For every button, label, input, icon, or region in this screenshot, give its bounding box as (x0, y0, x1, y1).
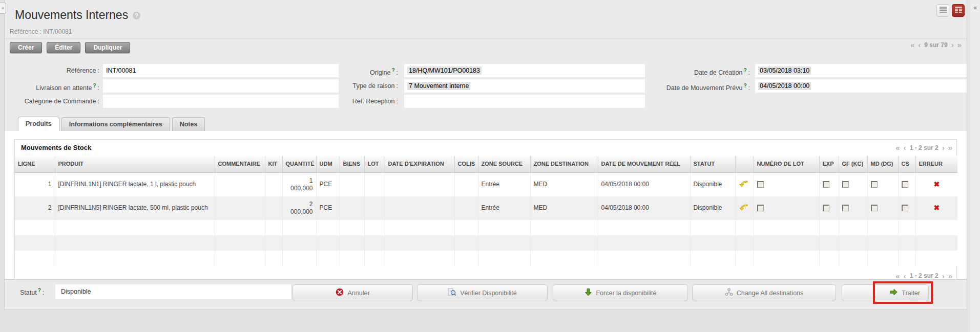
form-view-button[interactable] (952, 4, 965, 17)
change-all-destinations-button[interactable]: Change All destinations (692, 284, 836, 301)
tab-produits[interactable]: Produits (18, 117, 59, 131)
date-creation-label: Date de Création?: (635, 64, 750, 77)
help-icon[interactable]: ? (743, 68, 746, 73)
erreur-delete-icon[interactable]: ✖ (933, 180, 940, 188)
pager-last-icon[interactable]: » (948, 144, 952, 151)
date-creation-field[interactable]: 03/05/2018 03:10 (755, 64, 967, 77)
numero-lot-checkbox[interactable] (757, 205, 764, 211)
col-udm[interactable]: UDM (316, 156, 340, 172)
categorie-commande-label: Catégorie de Commande: (5, 95, 99, 108)
type-de-raison-field[interactable]: 7 Mouvement interne (404, 79, 645, 93)
cell-quantite: 2 000,000 (282, 196, 316, 220)
cell-erreur: ✖ (915, 196, 957, 220)
pager-prev-icon[interactable]: ‹ (918, 41, 921, 49)
exp-checkbox[interactable] (823, 205, 829, 211)
col-statut[interactable]: STATUT (690, 156, 735, 172)
header-divider (5, 38, 967, 38)
cell-md-dg (867, 196, 898, 220)
grid-title: Mouvements de Stock (21, 144, 91, 151)
record-pager: « ‹ 9 sur 79 › » (910, 41, 962, 49)
col-date-mouvement-reel[interactable]: DATE DE MOUVEMENT RÉEL (598, 156, 690, 172)
menu-expand-toggle[interactable]: » (0, 3, 6, 14)
pager-last-icon[interactable]: » (957, 41, 962, 49)
origine-field[interactable]: 18/HQ/MW101/PO00183 (404, 64, 645, 77)
cell-exp (819, 172, 839, 196)
cell-statut: Disponible (690, 196, 735, 220)
col-lot[interactable]: LOT (364, 156, 385, 172)
col-exp[interactable]: EXP (819, 156, 839, 172)
title-help-icon[interactable]: ? (133, 12, 140, 19)
col-biens[interactable]: BIENS (340, 156, 364, 172)
magnifier-icon (448, 288, 456, 298)
cell-biens (340, 172, 364, 196)
create-button[interactable]: Créer (10, 42, 42, 53)
col-produit[interactable]: PRODUIT (55, 156, 215, 172)
cell-commentaire (215, 172, 265, 196)
duplicate-button[interactable]: Dupliquer (85, 42, 130, 53)
md-dg-checkbox[interactable] (871, 205, 878, 211)
erreur-delete-icon[interactable]: ✖ (933, 204, 940, 212)
md-dg-checkbox[interactable] (871, 181, 878, 188)
verifier-disponibilite-button[interactable]: Vérifier Disponibilité (417, 284, 548, 301)
pager-next-icon[interactable]: › (942, 144, 945, 151)
cell-gf-kc (839, 196, 867, 220)
pager-next-icon[interactable]: › (942, 272, 945, 280)
pager-prev-icon[interactable]: ‹ (904, 272, 906, 280)
forcer-disponibilite-button[interactable]: Forcer la disponibilité (553, 284, 688, 301)
livraison-en-attente-label: Livraison en attente?: (5, 79, 99, 93)
record-toolbar: Créer Éditer Dupliquer (10, 42, 130, 53)
undo-arrow-icon[interactable] (739, 180, 748, 189)
pager-first-icon[interactable]: « (895, 144, 900, 151)
cell-udm: PCE (316, 172, 340, 196)
col-commentaire[interactable]: COMMENTAIRE (215, 156, 265, 172)
col-md-dg[interactable]: MD (DG) (867, 156, 898, 172)
pager-first-icon[interactable]: « (910, 41, 914, 49)
exp-checkbox[interactable] (823, 181, 829, 188)
help-icon[interactable]: ? (743, 83, 746, 88)
traiter-button[interactable]: Traiter (842, 284, 929, 301)
table-row[interactable]: 1 [DINFRINL1N1] RINGER lactate, 1 l, pla… (15, 172, 957, 196)
help-icon[interactable]: ? (38, 287, 41, 293)
numero-lot-checkbox[interactable] (757, 181, 764, 188)
panel-collapse-toggle[interactable]: « (970, 4, 980, 11)
cell-cs (898, 172, 915, 196)
col-erreur[interactable]: ERREUR (915, 156, 957, 172)
list-view-button[interactable] (936, 4, 949, 17)
undo-arrow-icon[interactable] (739, 204, 748, 213)
help-icon[interactable]: ? (93, 83, 96, 88)
cell-action (735, 196, 754, 220)
cell-lot (364, 196, 385, 220)
col-cs[interactable]: CS (898, 156, 915, 172)
pager-last-icon[interactable]: » (948, 272, 952, 280)
origine-label: Origine?: (291, 64, 398, 77)
col-colis[interactable]: COLIS (454, 156, 478, 172)
tab-notes[interactable]: Notes (172, 117, 205, 131)
annuler-button[interactable]: Annuler (293, 284, 413, 301)
gf-kc-checkbox[interactable] (842, 181, 849, 188)
ref-reception-field[interactable] (404, 95, 645, 108)
col-numero-de-lot[interactable]: NUMÉRO DE LOT (754, 156, 819, 172)
pager-label: 1 - 2 sur 2 (910, 144, 939, 151)
help-icon[interactable]: ? (391, 68, 394, 73)
date-mouvement-prevu-field[interactable]: 04/05/2018 00:00 (755, 79, 967, 93)
page-title: Mouvements Internes (15, 8, 128, 22)
edit-button[interactable]: Éditer (47, 42, 80, 53)
col-ligne[interactable]: LIGNE (15, 156, 55, 172)
cell-produit: [DINFRINL1N1] RINGER lactate, 1 l, plast… (55, 172, 215, 196)
pager-first-icon[interactable]: « (895, 272, 900, 280)
tab-informations-complementaires[interactable]: Informations complémentaires (61, 117, 170, 131)
table-row[interactable]: 2 [DINFRINL1N5] RINGER lactate, 500 ml, … (15, 196, 957, 220)
col-quantite[interactable]: QUANTITÉ (282, 156, 316, 172)
pager-next-icon[interactable]: › (951, 41, 954, 49)
stock-moves-grid: Mouvements de Stock « ‹ 1 - 2 sur 2 › » (14, 139, 957, 284)
gf-kc-checkbox[interactable] (842, 205, 849, 211)
col-date-expiration[interactable]: DATE D'EXPIRATION (385, 156, 454, 172)
col-zone-source[interactable]: ZONE SOURCE (478, 156, 530, 172)
col-zone-destination[interactable]: ZONE DESTINATION (530, 156, 598, 172)
col-kit[interactable]: KIT (265, 156, 282, 172)
grid-header-band: Mouvements de Stock « ‹ 1 - 2 sur 2 › » (15, 140, 956, 156)
cs-checkbox[interactable] (902, 205, 908, 211)
cs-checkbox[interactable] (902, 181, 908, 188)
pager-prev-icon[interactable]: ‹ (904, 144, 906, 151)
col-gf-kc[interactable]: GF (KC) (839, 156, 867, 172)
